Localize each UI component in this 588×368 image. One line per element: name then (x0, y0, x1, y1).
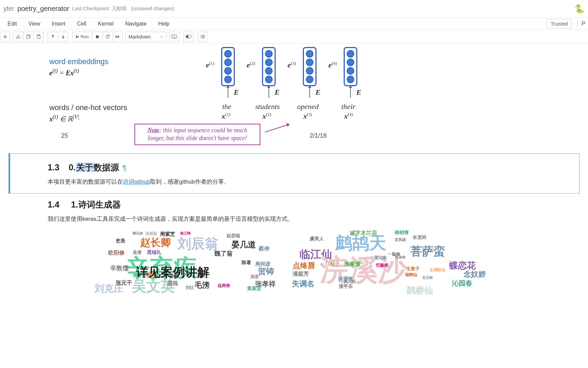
diagram-x1: x(1) (222, 112, 230, 121)
wordcloud-word: 点绛唇 (293, 261, 315, 271)
diagram-arrow-3 (309, 88, 310, 98)
menu-navigate[interactable]: Navigate (120, 19, 151, 29)
menu-kernel[interactable]: Kernel (93, 19, 118, 29)
diagram-x3: x(3) (303, 112, 312, 121)
svg-point-13 (186, 35, 189, 38)
cut-button[interactable] (13, 32, 23, 42)
restart-button[interactable] (102, 32, 113, 42)
copy-button[interactable] (23, 32, 33, 42)
markdown-cell-1-4[interactable]: 1.4 1.诗词生成器 我们这里使用keras工具库完成一个诗词生成器，实现方案… (9, 196, 579, 300)
diagram-word-embeddings-label: word embeddings (49, 57, 109, 66)
wordcloud-word: 晏几道 (231, 239, 256, 250)
svg-point-1 (19, 37, 20, 39)
wordcloud-word: 史浩 (116, 238, 125, 244)
diagram-E1: E (234, 88, 239, 97)
wordcloud-word: 高观国 (146, 231, 157, 236)
fast-forward-icon (115, 35, 120, 39)
scissors-icon (16, 34, 20, 39)
svg-point-7 (172, 36, 173, 36)
wordcloud-word: 江城子 (325, 261, 340, 267)
markdown-cell-1-3[interactable]: 1.3 0.关于数据源 ¶ 本项目更丰富的数据源可以在诗词github取到，感谢… (9, 153, 579, 194)
diagram-e3: e(3) (288, 61, 296, 70)
menu-view[interactable]: View (24, 19, 45, 29)
trusted-badge[interactable]: Trusted (547, 19, 571, 28)
keyboard-button[interactable] (169, 32, 179, 42)
wordcloud-word: 欧阳修 (108, 249, 125, 257)
paste-icon (36, 34, 41, 39)
diagram-word-4: their (341, 102, 356, 111)
wordcloud-word: 张元干 (116, 279, 132, 287)
diagram-note-arrow (265, 124, 288, 133)
menu-help[interactable]: Help (153, 19, 174, 29)
svg-point-10 (175, 36, 176, 36)
diagram-E3: E (315, 88, 321, 97)
svg-rect-5 (96, 35, 99, 38)
diagram-vec-4 (344, 47, 357, 86)
anchor-link[interactable]: ¶ (122, 164, 127, 172)
wordcloud-word: 刘辰翁 (178, 234, 218, 253)
svg-point-9 (174, 36, 175, 36)
toc-button[interactable] (198, 32, 208, 42)
svg-point-15 (200, 36, 201, 37)
restart-run-button[interactable] (113, 32, 123, 42)
wordcloud-word: 刘辻 (186, 285, 194, 291)
menu-insert[interactable]: Insert (47, 19, 70, 29)
notebook-name[interactable]: poetry_generator (17, 5, 69, 13)
diagram-onehot-formula: x(t) ∈ ℝ|V| (49, 113, 79, 123)
run-button[interactable]: Run (72, 32, 92, 42)
header: yter poetry_generator Last Checkpoint: 几… (0, 0, 588, 18)
heading-1-3: 1.3 0.关于数据源 ¶ (48, 162, 573, 173)
wordcloud-word: 赵师侠 (218, 283, 230, 289)
wordcloud-word: 黄庭坚 (247, 286, 261, 292)
diagram-word-2: students (255, 102, 280, 111)
diagram-x4: x(4) (344, 112, 353, 121)
wordcloud-word: 念奴娇 (463, 269, 486, 279)
github-link[interactable]: 诗词github (123, 179, 150, 185)
wordcloud-word: 韩元吉 (133, 231, 143, 236)
add-cell-button[interactable] (0, 32, 10, 42)
wordcloud-word: 贺铸 (258, 266, 274, 277)
menu-cell[interactable]: Cell (72, 19, 91, 29)
svg-point-0 (16, 37, 18, 39)
wordcloud-word: 沁园春 (452, 279, 472, 288)
diagram-arrow-1 (228, 88, 228, 98)
toggle-button[interactable] (183, 32, 194, 42)
arrow-down-icon (61, 35, 65, 39)
wordcloud-word: 柳梢青 (395, 230, 409, 236)
wordcloud-word: 陈著 (242, 260, 251, 266)
move-down-button[interactable] (58, 32, 68, 42)
toolbar: Run Markdown (0, 30, 588, 44)
overlay-caption: 详见案例讲解 (136, 264, 210, 281)
diagram-arrow-4 (350, 88, 351, 98)
svg-rect-6 (172, 35, 177, 39)
paste-button[interactable] (33, 32, 44, 42)
body-1-3: 本项目更丰富的数据源可以在诗词github取到，感谢github作者的分享。 (48, 177, 573, 186)
wordcloud-word: 瑞鹤仙 (405, 272, 417, 278)
diagram-E4: E (356, 88, 361, 97)
menubar: Edit View Insert Cell Kernel Navigate He… (0, 18, 588, 30)
wordcloud-word: 水调歌头 (429, 267, 446, 273)
wordcloud-word: 失调名 (292, 279, 314, 289)
move-up-button[interactable] (48, 32, 58, 42)
wordcloud-word: 晏殊 (167, 280, 178, 287)
menu-edit[interactable]: Edit (3, 19, 22, 29)
play-step-icon (76, 35, 79, 39)
wordcloud-word: 水龙吟 (412, 234, 427, 241)
toggle-icon (185, 35, 192, 39)
svg-rect-2 (27, 35, 29, 39)
checkpoint-status: Last Checkpoint: 几秒前 (unsaved changes) (72, 5, 175, 12)
diagram-e4: e(4) (328, 61, 337, 70)
wordcloud-word: 虞美人 (310, 236, 324, 242)
wordcloud-word: 魏了翁 (214, 249, 233, 258)
stop-button[interactable] (92, 32, 102, 42)
diagram-page-num: 25 (61, 132, 68, 139)
svg-rect-11 (173, 37, 176, 37)
svg-rect-4 (38, 35, 39, 36)
notebook-container[interactable]: word embeddings e(t) = Ex(t) words / one… (0, 44, 588, 368)
body-1-4: 我们这里使用keras工具库完成一个诗词生成器，实现方案是最简单的基于语言模型的… (48, 214, 573, 224)
cell-type-select[interactable]: Markdown (126, 32, 166, 42)
wordcloud-word: 洪适 (250, 274, 259, 280)
wordcloud-word: 诉衷情 (338, 276, 353, 282)
svg-point-14 (200, 35, 201, 36)
diagram-word-3: opened (297, 102, 319, 111)
